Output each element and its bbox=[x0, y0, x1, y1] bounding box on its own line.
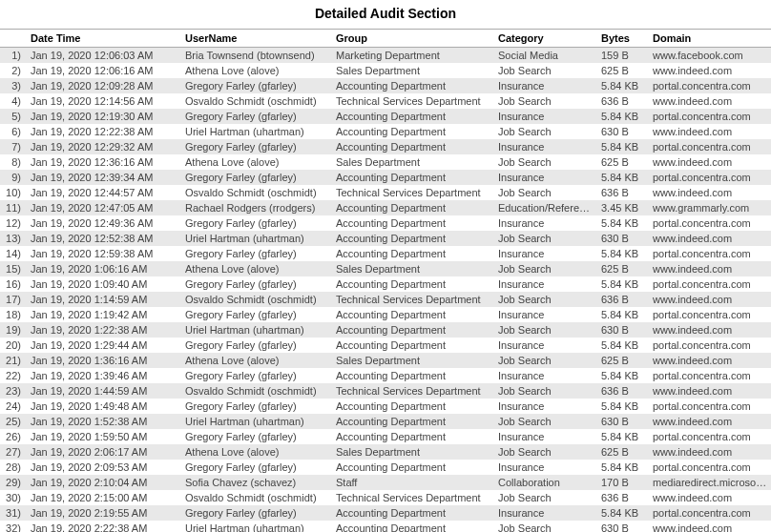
table-row[interactable]: 16)Jan 19, 2020 1:09:40 AMGregory Farley… bbox=[0, 276, 771, 292]
cell-group: Accounting Department bbox=[332, 399, 494, 414]
table-row[interactable]: 3)Jan 19, 2020 12:09:28 AMGregory Farley… bbox=[0, 78, 771, 93]
cell-username: Gregory Farley (gfarley) bbox=[181, 307, 332, 322]
cell-group: Accounting Department bbox=[332, 200, 494, 215]
table-row[interactable]: 27)Jan 19, 2020 2:06:17 AMAthena Love (a… bbox=[0, 444, 771, 460]
cell-domain: www.facebook.com bbox=[649, 48, 771, 64]
cell-datetime: Jan 19, 2020 12:14:56 AM bbox=[27, 93, 181, 109]
cell-username: Rachael Rodgers (rrodgers) bbox=[181, 200, 332, 215]
col-header-category[interactable]: Category bbox=[494, 30, 597, 48]
table-row[interactable]: 17)Jan 19, 2020 1:14:59 AMOsvaldo Schmid… bbox=[0, 292, 771, 307]
cell-group: Accounting Department bbox=[332, 338, 494, 353]
table-row[interactable]: 19)Jan 19, 2020 1:22:38 AMUriel Hartman … bbox=[0, 322, 771, 338]
cell-bytes: 636 B bbox=[597, 185, 649, 200]
col-header-index[interactable] bbox=[0, 30, 27, 48]
cell-category: Insurance bbox=[494, 399, 597, 414]
cell-domain: www.indeed.com bbox=[649, 490, 771, 505]
table-row[interactable]: 24)Jan 19, 2020 1:49:48 AMGregory Farley… bbox=[0, 399, 771, 414]
table-row[interactable]: 6)Jan 19, 2020 12:22:38 AMUriel Hartman … bbox=[0, 124, 771, 139]
cell-category: Insurance bbox=[494, 246, 597, 261]
table-row[interactable]: 22)Jan 19, 2020 1:39:46 AMGregory Farley… bbox=[0, 368, 771, 383]
cell-group: Sales Department bbox=[332, 261, 494, 276]
cell-username: Bria Townsend (btownsend) bbox=[181, 48, 332, 64]
cell-bytes: 636 B bbox=[597, 490, 649, 505]
table-row[interactable]: 4)Jan 19, 2020 12:14:56 AMOsvaldo Schmid… bbox=[0, 93, 771, 109]
cell-domain: portal.concentra.com bbox=[649, 368, 771, 383]
table-row[interactable]: 12)Jan 19, 2020 12:49:36 AMGregory Farle… bbox=[0, 215, 771, 231]
cell-index: 15) bbox=[0, 261, 27, 276]
table-row[interactable]: 1)Jan 19, 2020 12:06:03 AMBria Townsend … bbox=[0, 48, 771, 64]
table-row[interactable]: 26)Jan 19, 2020 1:59:50 AMGregory Farley… bbox=[0, 429, 771, 444]
cell-index: 10) bbox=[0, 185, 27, 200]
cell-datetime: Jan 19, 2020 12:09:28 AM bbox=[27, 78, 181, 93]
cell-domain: www.indeed.com bbox=[649, 521, 771, 532]
col-header-domain[interactable]: Domain bbox=[649, 30, 771, 48]
cell-group: Accounting Department bbox=[332, 322, 494, 338]
cell-username: Gregory Farley (gfarley) bbox=[181, 429, 332, 444]
cell-category: Insurance bbox=[494, 505, 597, 521]
col-header-group[interactable]: Group bbox=[332, 30, 494, 48]
cell-index: 24) bbox=[0, 399, 27, 414]
col-header-username[interactable]: UserName bbox=[181, 30, 332, 48]
cell-username: Gregory Farley (gfarley) bbox=[181, 399, 332, 414]
table-row[interactable]: 25)Jan 19, 2020 1:52:38 AMUriel Hartman … bbox=[0, 414, 771, 429]
cell-group: Accounting Department bbox=[332, 414, 494, 429]
table-row[interactable]: 28)Jan 19, 2020 2:09:53 AMGregory Farley… bbox=[0, 460, 771, 475]
cell-bytes: 5.84 KB bbox=[597, 215, 649, 231]
cell-domain: www.grammarly.com bbox=[649, 200, 771, 215]
cell-index: 14) bbox=[0, 246, 27, 261]
cell-group: Technical Services Department bbox=[332, 383, 494, 399]
table-row[interactable]: 15)Jan 19, 2020 1:06:16 AMAthena Love (a… bbox=[0, 261, 771, 276]
cell-category: Job Search bbox=[494, 124, 597, 139]
table-row[interactable]: 29)Jan 19, 2020 2:10:04 AMSofia Chavez (… bbox=[0, 475, 771, 490]
cell-datetime: Jan 19, 2020 1:22:38 AM bbox=[27, 322, 181, 338]
cell-username: Osvaldo Schmidt (oschmidt) bbox=[181, 185, 332, 200]
cell-domain: portal.concentra.com bbox=[649, 78, 771, 93]
cell-datetime: Jan 19, 2020 12:47:05 AM bbox=[27, 200, 181, 215]
cell-datetime: Jan 19, 2020 1:59:50 AM bbox=[27, 429, 181, 444]
table-row[interactable]: 18)Jan 19, 2020 1:19:42 AMGregory Farley… bbox=[0, 307, 771, 322]
table-row[interactable]: 31)Jan 19, 2020 2:19:55 AMGregory Farley… bbox=[0, 505, 771, 521]
cell-category: Job Search bbox=[494, 444, 597, 460]
cell-username: Athena Love (alove) bbox=[181, 261, 332, 276]
table-row[interactable]: 13)Jan 19, 2020 12:52:38 AMUriel Hartman… bbox=[0, 231, 771, 246]
cell-group: Technical Services Department bbox=[332, 490, 494, 505]
cell-index: 18) bbox=[0, 307, 27, 322]
cell-group: Technical Services Department bbox=[332, 185, 494, 200]
cell-category: Job Search bbox=[494, 322, 597, 338]
table-row[interactable]: 20)Jan 19, 2020 1:29:44 AMGregory Farley… bbox=[0, 338, 771, 353]
cell-domain: mediaredirect.microsoft.com bbox=[649, 475, 771, 490]
col-header-bytes[interactable]: Bytes bbox=[597, 30, 649, 48]
cell-domain: portal.concentra.com bbox=[649, 276, 771, 292]
cell-username: Gregory Farley (gfarley) bbox=[181, 78, 332, 93]
col-header-datetime[interactable]: Date Time bbox=[27, 30, 181, 48]
table-row[interactable]: 5)Jan 19, 2020 12:19:30 AMGregory Farley… bbox=[0, 109, 771, 124]
cell-username: Gregory Farley (gfarley) bbox=[181, 109, 332, 124]
cell-category: Job Search bbox=[494, 93, 597, 109]
table-row[interactable]: 9)Jan 19, 2020 12:39:34 AMGregory Farley… bbox=[0, 170, 771, 185]
cell-domain: portal.concentra.com bbox=[649, 505, 771, 521]
cell-datetime: Jan 19, 2020 1:44:59 AM bbox=[27, 383, 181, 399]
cell-index: 20) bbox=[0, 338, 27, 353]
cell-group: Accounting Department bbox=[332, 124, 494, 139]
cell-group: Sales Department bbox=[332, 154, 494, 170]
cell-domain: portal.concentra.com bbox=[649, 460, 771, 475]
table-row[interactable]: 21)Jan 19, 2020 1:36:16 AMAthena Love (a… bbox=[0, 353, 771, 368]
table-row[interactable]: 7)Jan 19, 2020 12:29:32 AMGregory Farley… bbox=[0, 139, 771, 154]
table-row[interactable]: 14)Jan 19, 2020 12:59:38 AMGregory Farle… bbox=[0, 246, 771, 261]
cell-group: Accounting Department bbox=[332, 505, 494, 521]
cell-index: 11) bbox=[0, 200, 27, 215]
cell-username: Athena Love (alove) bbox=[181, 63, 332, 78]
cell-index: 27) bbox=[0, 444, 27, 460]
cell-username: Gregory Farley (gfarley) bbox=[181, 139, 332, 154]
table-row[interactable]: 8)Jan 19, 2020 12:36:16 AMAthena Love (a… bbox=[0, 154, 771, 170]
cell-datetime: Jan 19, 2020 1:09:40 AM bbox=[27, 276, 181, 292]
table-row[interactable]: 32)Jan 19, 2020 2:22:38 AMUriel Hartman … bbox=[0, 521, 771, 532]
table-row[interactable]: 23)Jan 19, 2020 1:44:59 AMOsvaldo Schmid… bbox=[0, 383, 771, 399]
table-row[interactable]: 11)Jan 19, 2020 12:47:05 AMRachael Rodge… bbox=[0, 200, 771, 215]
table-row[interactable]: 2)Jan 19, 2020 12:06:16 AMAthena Love (a… bbox=[0, 63, 771, 78]
cell-bytes: 625 B bbox=[597, 261, 649, 276]
table-row[interactable]: 10)Jan 19, 2020 12:44:57 AMOsvaldo Schmi… bbox=[0, 185, 771, 200]
cell-bytes: 5.84 KB bbox=[597, 399, 649, 414]
cell-index: 21) bbox=[0, 353, 27, 368]
table-row[interactable]: 30)Jan 19, 2020 2:15:00 AMOsvaldo Schmid… bbox=[0, 490, 771, 505]
